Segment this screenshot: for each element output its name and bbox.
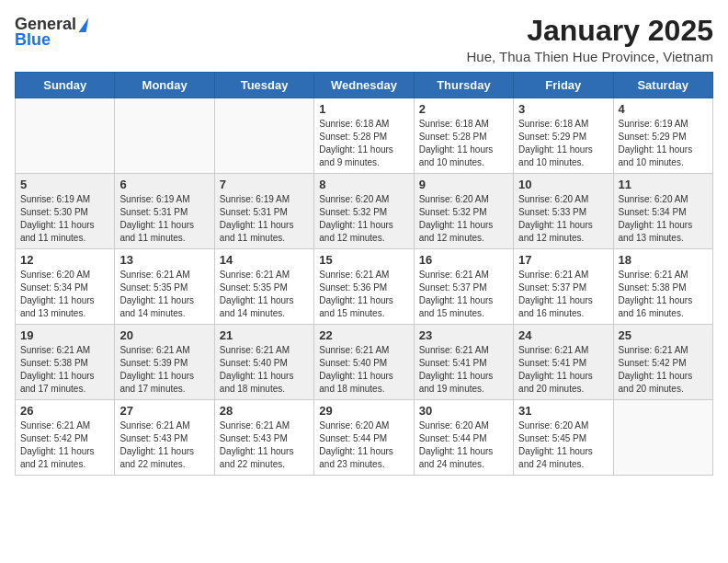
title-area: January 2025 Hue, Thua Thien Hue Provinc… [467,15,714,64]
day-number: 12 [20,253,109,267]
calendar-cell: 7Sunrise: 6:19 AM Sunset: 5:31 PM Daylig… [214,174,313,249]
calendar-cell: 27Sunrise: 6:21 AM Sunset: 5:43 PM Dayli… [115,400,214,476]
calendar-cell: 23Sunrise: 6:21 AM Sunset: 5:41 PM Dayli… [414,325,513,400]
calendar-cell: 1Sunrise: 6:18 AM Sunset: 5:28 PM Daylig… [314,98,414,174]
calendar-week-row: 19Sunrise: 6:21 AM Sunset: 5:38 PM Dayli… [16,325,713,400]
day-info: Sunrise: 6:18 AM Sunset: 5:29 PM Dayligh… [518,118,608,169]
day-number: 28 [220,404,309,418]
day-info: Sunrise: 6:21 AM Sunset: 5:38 PM Dayligh… [20,344,109,396]
calendar-cell: 19Sunrise: 6:21 AM Sunset: 5:38 PM Dayli… [16,325,115,400]
day-number: 30 [419,404,508,418]
day-info: Sunrise: 6:21 AM Sunset: 5:42 PM Dayligh… [20,419,109,471]
col-header-monday: Monday [115,73,214,98]
day-info: Sunrise: 6:19 AM Sunset: 5:31 PM Dayligh… [220,193,309,245]
calendar-cell: 22Sunrise: 6:21 AM Sunset: 5:40 PM Dayli… [314,325,414,400]
calendar-cell: 10Sunrise: 6:20 AM Sunset: 5:33 PM Dayli… [514,174,613,249]
calendar-cell: 2Sunrise: 6:18 AM Sunset: 5:28 PM Daylig… [414,98,513,174]
day-number: 2 [419,102,508,116]
col-header-saturday: Saturday [613,73,712,98]
day-number: 19 [20,328,109,342]
calendar-cell: 6Sunrise: 6:19 AM Sunset: 5:31 PM Daylig… [115,174,214,249]
day-number: 16 [419,253,508,267]
day-info: Sunrise: 6:21 AM Sunset: 5:39 PM Dayligh… [119,344,209,396]
day-number: 4 [619,102,708,116]
calendar-week-row: 5Sunrise: 6:19 AM Sunset: 5:30 PM Daylig… [16,174,713,249]
day-info: Sunrise: 6:21 AM Sunset: 5:43 PM Dayligh… [220,419,309,471]
day-info: Sunrise: 6:21 AM Sunset: 5:42 PM Dayligh… [619,344,708,396]
calendar-table: SundayMondayTuesdayWednesdayThursdayFrid… [15,72,713,476]
calendar-cell: 15Sunrise: 6:21 AM Sunset: 5:36 PM Dayli… [314,249,414,325]
day-info: Sunrise: 6:21 AM Sunset: 5:38 PM Dayligh… [619,269,708,320]
calendar-week-row: 12Sunrise: 6:20 AM Sunset: 5:34 PM Dayli… [16,249,713,325]
calendar-cell [214,98,313,174]
calendar-cell: 9Sunrise: 6:20 AM Sunset: 5:32 PM Daylig… [414,174,513,249]
calendar-cell [16,98,115,174]
calendar-cell: 29Sunrise: 6:20 AM Sunset: 5:44 PM Dayli… [314,400,414,476]
calendar-cell: 25Sunrise: 6:21 AM Sunset: 5:42 PM Dayli… [613,325,712,400]
calendar-week-row: 1Sunrise: 6:18 AM Sunset: 5:28 PM Daylig… [16,98,713,174]
day-info: Sunrise: 6:20 AM Sunset: 5:44 PM Dayligh… [419,419,508,471]
month-title: January 2025 [467,15,714,47]
day-number: 14 [220,253,309,267]
day-number: 25 [619,328,708,342]
day-info: Sunrise: 6:20 AM Sunset: 5:33 PM Dayligh… [518,193,608,245]
day-number: 1 [319,102,408,116]
calendar-cell: 14Sunrise: 6:21 AM Sunset: 5:35 PM Dayli… [214,249,313,325]
calendar-cell: 20Sunrise: 6:21 AM Sunset: 5:39 PM Dayli… [115,325,214,400]
day-number: 20 [119,328,209,342]
day-number: 5 [20,178,109,191]
day-number: 13 [119,253,209,267]
day-number: 17 [518,253,608,267]
day-info: Sunrise: 6:19 AM Sunset: 5:31 PM Dayligh… [119,193,209,245]
day-info: Sunrise: 6:21 AM Sunset: 5:40 PM Dayligh… [319,344,408,396]
page-header: General Blue January 2025 Hue, Thua Thie… [15,15,713,64]
calendar-cell: 26Sunrise: 6:21 AM Sunset: 5:42 PM Dayli… [16,400,115,476]
calendar-cell: 18Sunrise: 6:21 AM Sunset: 5:38 PM Dayli… [613,249,712,325]
col-header-thursday: Thursday [414,73,513,98]
calendar-cell: 28Sunrise: 6:21 AM Sunset: 5:43 PM Dayli… [214,400,313,476]
calendar-cell: 24Sunrise: 6:21 AM Sunset: 5:41 PM Dayli… [514,325,613,400]
logo: General Blue [15,15,87,50]
day-number: 15 [319,253,408,267]
calendar-cell: 13Sunrise: 6:21 AM Sunset: 5:35 PM Dayli… [115,249,214,325]
day-info: Sunrise: 6:20 AM Sunset: 5:34 PM Dayligh… [619,193,708,245]
day-info: Sunrise: 6:21 AM Sunset: 5:41 PM Dayligh… [518,344,608,396]
calendar-header-row: SundayMondayTuesdayWednesdayThursdayFrid… [16,73,713,98]
day-info: Sunrise: 6:21 AM Sunset: 5:35 PM Dayligh… [119,269,209,320]
calendar-cell: 8Sunrise: 6:20 AM Sunset: 5:32 PM Daylig… [314,174,414,249]
day-number: 26 [20,404,109,418]
day-info: Sunrise: 6:21 AM Sunset: 5:41 PM Dayligh… [419,344,508,396]
day-info: Sunrise: 6:21 AM Sunset: 5:36 PM Dayligh… [319,269,408,320]
calendar-cell: 30Sunrise: 6:20 AM Sunset: 5:44 PM Dayli… [414,400,513,476]
col-header-sunday: Sunday [16,73,115,98]
col-header-tuesday: Tuesday [214,73,313,98]
day-number: 9 [419,178,508,191]
day-info: Sunrise: 6:19 AM Sunset: 5:30 PM Dayligh… [20,193,109,245]
day-info: Sunrise: 6:19 AM Sunset: 5:29 PM Dayligh… [619,118,708,169]
day-info: Sunrise: 6:18 AM Sunset: 5:28 PM Dayligh… [319,118,408,169]
calendar-cell: 4Sunrise: 6:19 AM Sunset: 5:29 PM Daylig… [613,98,712,174]
day-info: Sunrise: 6:21 AM Sunset: 5:37 PM Dayligh… [518,269,608,320]
day-info: Sunrise: 6:21 AM Sunset: 5:40 PM Dayligh… [220,344,309,396]
day-info: Sunrise: 6:21 AM Sunset: 5:43 PM Dayligh… [119,419,209,471]
calendar-cell: 3Sunrise: 6:18 AM Sunset: 5:29 PM Daylig… [514,98,613,174]
day-info: Sunrise: 6:21 AM Sunset: 5:35 PM Dayligh… [220,269,309,320]
day-number: 21 [220,328,309,342]
logo-blue: Blue [15,30,51,50]
day-number: 31 [518,404,608,418]
location-subtitle: Hue, Thua Thien Hue Province, Vietnam [467,49,714,64]
day-number: 22 [319,328,408,342]
day-number: 10 [518,178,608,191]
day-number: 3 [518,102,608,116]
day-number: 8 [319,178,408,191]
day-info: Sunrise: 6:20 AM Sunset: 5:34 PM Dayligh… [20,269,109,320]
day-number: 6 [119,178,209,191]
calendar-cell: 21Sunrise: 6:21 AM Sunset: 5:40 PM Dayli… [214,325,313,400]
calendar-cell: 11Sunrise: 6:20 AM Sunset: 5:34 PM Dayli… [613,174,712,249]
day-info: Sunrise: 6:20 AM Sunset: 5:32 PM Dayligh… [319,193,408,245]
calendar-cell: 12Sunrise: 6:20 AM Sunset: 5:34 PM Dayli… [16,249,115,325]
calendar-cell: 17Sunrise: 6:21 AM Sunset: 5:37 PM Dayli… [514,249,613,325]
day-info: Sunrise: 6:21 AM Sunset: 5:37 PM Dayligh… [419,269,508,320]
day-number: 24 [518,328,608,342]
day-info: Sunrise: 6:18 AM Sunset: 5:28 PM Dayligh… [419,118,508,169]
